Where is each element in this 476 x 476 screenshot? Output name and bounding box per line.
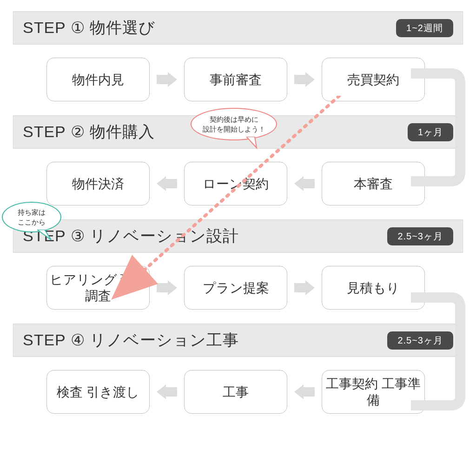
callout-teal-tail-icon <box>37 230 54 244</box>
arrow-left-icon <box>154 384 179 399</box>
callout-teal-text: 持ち家は ここから <box>18 207 46 227</box>
step3-duration: 2.5~3ヶ月 <box>387 227 453 245</box>
callout-red: 契約後は早めに 設計を開始しよう！ <box>191 108 277 140</box>
step4-header: STEP ④ リノベーション工事 2.5~3ヶ月 <box>13 324 463 357</box>
step4-box-1: 検査 引き渡し <box>46 370 150 414</box>
svg-marker-9 <box>294 384 315 399</box>
connector-step3-to-4 <box>411 291 471 412</box>
step1-header: STEP ① 物件選び 1~2週間 <box>13 11 463 45</box>
step1-box-2: 事前審査 <box>184 58 287 101</box>
arrow-right-icon <box>154 72 179 87</box>
step4-box-3: 工事契約 工事準備 <box>322 370 425 414</box>
step1-box-3: 売買契約 <box>322 58 425 101</box>
svg-marker-0 <box>157 72 177 87</box>
step4-row: 検査 引き渡し 工事 工事契約 工事準備 <box>46 370 463 414</box>
svg-marker-10 <box>246 137 257 148</box>
step1-title: STEP ① 物件選び <box>23 17 155 39</box>
step1-row: 物件内見 事前審査 売買契約 <box>46 58 463 101</box>
connector-step1-to-2 <box>411 67 471 188</box>
arrow-right-icon <box>292 72 317 87</box>
step4-box-2: 工事 <box>184 370 287 414</box>
svg-marker-8 <box>157 384 177 399</box>
svg-marker-14 <box>37 230 51 240</box>
callout-red-tail-icon <box>246 137 260 151</box>
callout-teal: 持ち家は ここから <box>2 202 61 232</box>
callout-red-text: 契約後は早めに 設計を開始しよう！ <box>203 114 265 134</box>
svg-marker-1 <box>294 72 315 87</box>
step1-box-1: 物件内見 <box>46 58 150 101</box>
arrow-left-icon <box>292 384 317 399</box>
step4-title: STEP ④ リノベーション工事 <box>23 330 239 351</box>
step1-duration: 1~2週間 <box>396 19 453 37</box>
